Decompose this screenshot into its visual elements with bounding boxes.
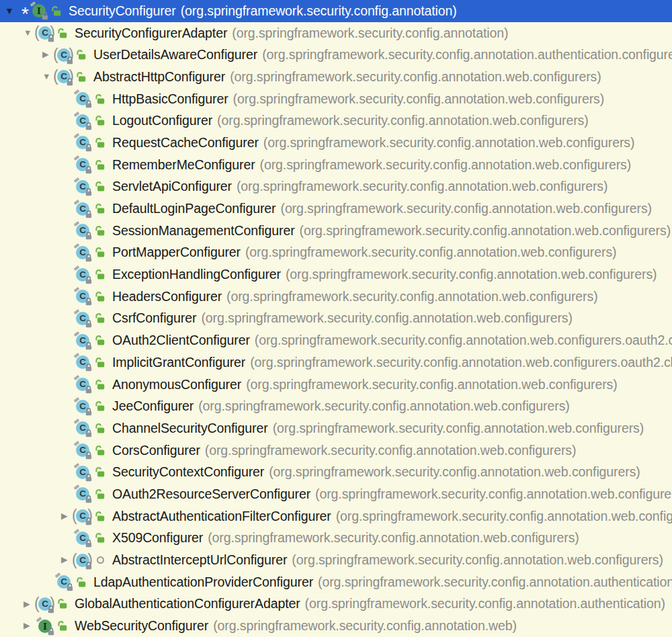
tree-row[interactable]: CChannelSecurityConfigurer(org.springfra…: [0, 417, 672, 439]
readonly-lock-icon: [85, 319, 93, 328]
tree-row[interactable]: CCsrfConfigurer(org.springframework.secu…: [0, 308, 672, 330]
tree-row[interactable]: ▼(C)AbstractHttpConfigurer(org.springfra…: [0, 66, 672, 88]
class-icon: C: [75, 531, 91, 546]
package-name: (org.springframework.security.config.ann…: [280, 201, 652, 216]
readonly-lock-icon: [85, 407, 93, 416]
tree-row[interactable]: CAnonymousConfigurer(org.springframework…: [0, 374, 672, 396]
tree-row[interactable]: CSecurityContextConfigurer(org.springfra…: [0, 461, 672, 483]
public-open-padlock-icon: [94, 225, 106, 237]
class-icon: C: [56, 575, 72, 589]
package-name: (org.springframework.security.config.ann…: [315, 486, 672, 502]
tree-row[interactable]: CHeadersConfigurer(org.springframework.s…: [0, 286, 672, 308]
tree-row[interactable]: CCorsConfigurer(org.springframework.secu…: [0, 439, 672, 462]
tree-row[interactable]: CImplicitGrantConfigurer(org.springframe…: [0, 351, 672, 374]
tree-row[interactable]: CRememberMeConfigurer(org.springframewor…: [0, 154, 672, 176]
package-name: (org.springframework.security.config.ann…: [300, 223, 671, 239]
class-name: RememberMeConfigurer: [112, 157, 255, 173]
tree-row[interactable]: ▼*ISecurityConfigurer(org.springframewor…: [0, 0, 672, 22]
class-name: OAuth2ClientConfigurer: [112, 333, 250, 348]
visibility-icon: [93, 269, 108, 280]
tree-row[interactable]: CX509Configurer(org.springframework.secu…: [0, 527, 672, 550]
tree-row[interactable]: ▶(C)AbstractAuthenticationFilterConfigur…: [0, 505, 672, 527]
tree-row[interactable]: COAuth2ResourceServerConfigurer(org.spri…: [0, 483, 672, 505]
tree-row[interactable]: CLdapAuthenticationProviderConfigurer(or…: [0, 571, 672, 593]
class-name: SessionManagementConfigurer: [112, 223, 295, 239]
public-open-padlock-icon: [94, 532, 106, 544]
class-name: JeeConfigurer: [112, 398, 194, 414]
tree-row[interactable]: ▼(C)SecurityConfigurerAdapter(org.spring…: [0, 22, 672, 44]
chevron-right-icon[interactable]: ▶: [23, 622, 38, 630]
public-open-padlock-icon: [94, 137, 106, 148]
tree-row[interactable]: CPortMapperConfigurer(org.springframewor…: [0, 242, 672, 264]
class-name: AnonymousConfigurer: [112, 377, 241, 392]
readonly-lock-icon: [47, 605, 55, 613]
public-open-padlock-icon: [94, 400, 106, 412]
visibility-icon: [74, 577, 89, 588]
public-open-padlock-icon: [75, 71, 87, 83]
package-name: (org.springframework.security.config.ann…: [263, 135, 635, 151]
class-icon: (C): [75, 553, 91, 568]
readonly-lock-icon: [85, 231, 93, 240]
tree-row[interactable]: CHttpBasicConfigurer(org.springframework…: [0, 88, 672, 110]
tree-row[interactable]: CJeeConfigurer(org.springframework.secur…: [0, 395, 672, 417]
public-open-padlock-icon: [94, 291, 106, 302]
class-name: GlobalAuthenticationConfigurerAdapter: [75, 596, 300, 611]
class-name: AbstractInterceptUrlConfigurer: [112, 552, 287, 568]
visibility-icon: [93, 466, 108, 478]
readonly-lock-icon: [85, 122, 93, 130]
tree-row[interactable]: ▶(C)AbstractInterceptUrlConfigurer(org.s…: [0, 549, 672, 571]
class-name: OAuth2ResourceServerConfigurer: [112, 486, 310, 502]
class-icon: C: [75, 157, 91, 172]
visibility-icon: [93, 247, 108, 258]
package-name: (org.springframework.security.config.ann…: [255, 333, 672, 348]
tree-row[interactable]: CSessionManagementConfigurer(org.springf…: [0, 220, 672, 242]
class-name: HeadersConfigurer: [112, 289, 222, 304]
tree-row[interactable]: ▶IWebSecurityConfigurer(org.springframew…: [0, 615, 672, 637]
tree-row[interactable]: COAuth2ClientConfigurer(org.springframew…: [0, 329, 672, 351]
class-icon: C: [75, 399, 91, 414]
tree-row[interactable]: CLogoutConfigurer(org.springframework.se…: [0, 110, 672, 132]
class-icon: (C): [38, 597, 53, 611]
class-name: DefaultLoginPageConfigurer: [112, 201, 276, 216]
readonly-lock-icon: [85, 495, 93, 503]
tree-row[interactable]: ▶(C)GlobalAuthenticationConfigurerAdapte…: [0, 593, 672, 615]
readonly-lock-icon: [85, 210, 93, 218]
visibility-icon: [93, 137, 108, 148]
tree-row[interactable]: CExceptionHandlingConfigurer(org.springf…: [0, 263, 672, 286]
public-open-padlock-icon: [94, 203, 106, 214]
public-open-padlock-icon: [56, 598, 69, 609]
class-icon: C: [75, 311, 91, 326]
package-name: (org.springframework.security.config.ann…: [260, 157, 632, 173]
class-name: LdapAuthenticationProviderConfigurer: [93, 575, 313, 590]
package-private-icon: [97, 556, 104, 564]
class-name: SecurityConfigurer: [69, 3, 176, 19]
public-open-padlock-icon: [56, 620, 69, 632]
readonly-lock-icon: [85, 99, 93, 108]
class-icon: (C): [75, 509, 91, 523]
package-name: (org.springframework.security.config.ann…: [269, 464, 640, 480]
readonly-lock-icon: [47, 627, 55, 636]
chevron-down-icon[interactable]: ▼: [4, 6, 19, 15]
tree-row[interactable]: CDefaultLoginPageConfigurer(org.springfr…: [0, 198, 672, 220]
readonly-lock-icon: [85, 517, 93, 525]
readonly-lock-icon: [41, 11, 49, 20]
package-name: (org.springframework.security.config.ann…: [318, 575, 672, 590]
interface-icon: I: [32, 3, 47, 18]
class-name: UserDetailsAwareConfigurer: [93, 47, 257, 62]
readonly-lock-icon: [85, 385, 93, 394]
class-name: SecurityContextConfigurer: [112, 464, 264, 480]
public-open-padlock-icon: [94, 466, 106, 478]
tree-row[interactable]: ▶(C)UserDetailsAwareConfigurer(org.sprin…: [0, 44, 672, 66]
visibility-icon: [93, 159, 108, 171]
package-name: (org.springframework.security.config.ann…: [208, 530, 579, 546]
package-name: (org.springframework.security.config.ann…: [233, 91, 605, 107]
package-name: (org.springframework.security.config.ann…: [205, 443, 577, 458]
package-name: (org.springframework.security.config.ann…: [237, 179, 608, 194]
readonly-lock-icon: [85, 187, 93, 196]
tree-row[interactable]: CRequestCacheConfigurer(org.springframew…: [0, 132, 672, 154]
tree-row[interactable]: CServletApiConfigurer(org.springframewor…: [0, 176, 672, 198]
class-name: CorsConfigurer: [112, 443, 200, 458]
public-open-padlock-icon: [94, 357, 106, 368]
class-icon: C: [75, 223, 91, 238]
type-hierarchy-tree: ▼*ISecurityConfigurer(org.springframewor…: [0, 0, 672, 637]
